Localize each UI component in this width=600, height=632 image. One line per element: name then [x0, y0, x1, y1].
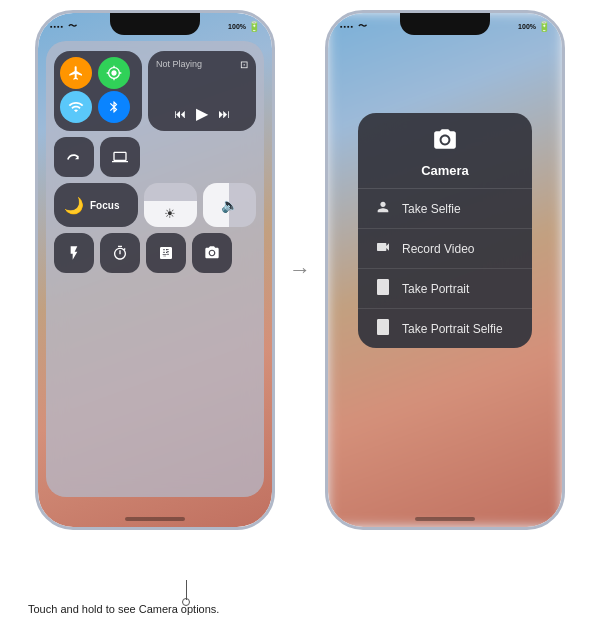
airplay-icon[interactable]: ⊡ — [240, 59, 248, 70]
cc-row-1: Not Playing ⊡ ⏮ ▶ ⏭ — [54, 51, 256, 131]
cc-row-2 — [54, 137, 256, 177]
screen-mirroring-tile[interactable] — [100, 137, 140, 177]
wifi-icon[interactable] — [60, 91, 92, 123]
status-signal-2: ▪▪▪▪ 〜 — [340, 20, 367, 33]
phone-2: ▪▪▪▪ 〜 100% 🔋 Camera — [325, 10, 565, 530]
status-bar-2: ▪▪▪▪ 〜 100% 🔋 — [328, 17, 562, 35]
take-portrait-label: Take Portrait — [402, 282, 469, 296]
bluetooth-icon[interactable] — [98, 91, 130, 123]
flashlight-tile[interactable] — [54, 233, 94, 273]
music-controls: ⏮ ▶ ⏭ — [156, 104, 248, 123]
status-bar-1: ▪▪▪▪ 〜 100% 🔋 — [38, 17, 272, 35]
connectivity-tile[interactable] — [54, 51, 142, 131]
popup-header: Camera — [358, 127, 532, 189]
take-portrait-selfie-label: Take Portrait Selfie — [402, 322, 503, 336]
rotation-lock-tile[interactable] — [54, 137, 94, 177]
airplane-icon[interactable] — [60, 57, 92, 89]
camera-popup: Camera Take Selfie — [358, 113, 532, 348]
video-icon — [374, 239, 392, 258]
right-arrow-icon: → — [289, 257, 311, 283]
play-button[interactable]: ▶ — [196, 104, 208, 123]
status-battery: 100% 🔋 — [228, 21, 260, 32]
home-indicator-1 — [125, 517, 185, 521]
music-header: Not Playing ⊡ — [156, 59, 248, 70]
take-portrait-selfie-item[interactable]: Take Portrait Selfie — [358, 309, 532, 348]
cellular-icon[interactable] — [98, 57, 130, 89]
status-signal: ▪▪▪▪ 〜 — [50, 20, 77, 33]
control-center: Not Playing ⊡ ⏮ ▶ ⏭ — [46, 41, 264, 497]
take-portrait-item[interactable]: Take Portrait — [358, 269, 532, 309]
focus-tile[interactable]: 🌙 Focus — [54, 183, 138, 227]
focus-label: Focus — [90, 200, 119, 211]
cc-row-3: 🌙 Focus ☀ 🔈 — [54, 183, 256, 227]
brightness-tile[interactable]: ☀ — [144, 183, 197, 227]
annotation-line — [186, 580, 187, 600]
take-selfie-label: Take Selfie — [402, 202, 461, 216]
prev-track-button[interactable]: ⏮ — [174, 107, 186, 121]
annotation-text: Touch and hold to see Camera options. — [28, 602, 219, 617]
take-selfie-item[interactable]: Take Selfie — [358, 189, 532, 229]
calculator-tile[interactable] — [146, 233, 186, 273]
volume-tile[interactable]: 🔈 — [203, 183, 256, 227]
annotation-dot — [182, 598, 190, 606]
cc-row-4 — [54, 233, 256, 273]
not-playing-label: Not Playing — [156, 59, 202, 69]
portrait-selfie-icon — [374, 319, 392, 338]
record-video-label: Record Video — [402, 242, 475, 256]
music-tile[interactable]: Not Playing ⊡ ⏮ ▶ ⏭ — [148, 51, 256, 131]
annotation-container: Touch and hold to see Camera options. — [0, 580, 600, 632]
camera-popup-icon — [432, 127, 458, 159]
home-indicator-2 — [415, 517, 475, 521]
portrait-icon — [374, 279, 392, 298]
volume-icon: 🔈 — [221, 197, 238, 213]
phone-1: ▪▪▪▪ 〜 100% 🔋 — [35, 10, 275, 530]
camera-tile[interactable] — [192, 233, 232, 273]
next-track-button[interactable]: ⏭ — [218, 107, 230, 121]
record-video-item[interactable]: Record Video — [358, 229, 532, 269]
status-battery-2: 100% 🔋 — [518, 21, 550, 32]
popup-title: Camera — [421, 163, 469, 178]
arrow-between-phones: → — [285, 10, 315, 530]
selfie-icon — [374, 199, 392, 218]
timer-tile[interactable] — [100, 233, 140, 273]
